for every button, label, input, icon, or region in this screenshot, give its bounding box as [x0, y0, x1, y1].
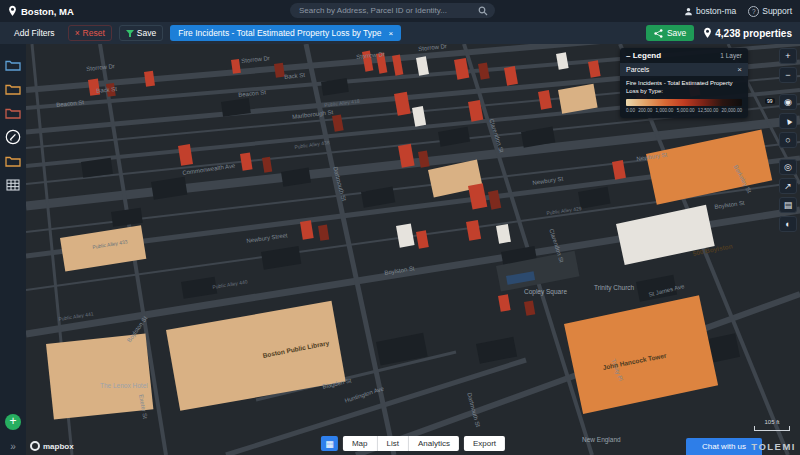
parcel-white[interactable] — [496, 224, 511, 244]
share-save-button[interactable]: Save — [646, 25, 694, 41]
parcel-white[interactable] — [396, 223, 415, 247]
search-icon[interactable] — [478, 6, 488, 16]
compass-button[interactable]: ▲ — [779, 113, 797, 129]
parcel-red[interactable] — [144, 71, 155, 87]
building — [181, 277, 217, 299]
legend-title-label: Legend — [633, 51, 661, 60]
map-extent-button[interactable]: ▦ — [321, 436, 338, 451]
view-tabs: MapListAnalytics — [343, 436, 459, 451]
legend-layer-label: Fire Incidents - Total Estimated Propert… — [626, 80, 742, 96]
add-filters-button[interactable]: Add Filters — [8, 26, 61, 40]
save-filter-button[interactable]: Save — [119, 25, 163, 41]
map-canvas[interactable]: Storrow DrStorrow DrStorrow DrStorrow Dr… — [26, 44, 800, 455]
active-filter-chip[interactable]: Fire Incidents - Total Estimated Propert… — [170, 25, 401, 41]
parcel-tan[interactable] — [166, 301, 346, 411]
mapbox-icon — [30, 441, 40, 451]
fullscreen-button[interactable]: ↗ — [779, 178, 797, 194]
tab-map[interactable]: Map — [343, 436, 378, 451]
parcel-white[interactable] — [556, 52, 569, 69]
add-filters-label: Add Filters — [14, 28, 55, 38]
parcel-white[interactable] — [616, 205, 715, 265]
folder-orange-icon[interactable] — [5, 81, 22, 96]
add-layer-button[interactable]: + — [5, 414, 21, 430]
parcel-red[interactable] — [498, 294, 511, 311]
parcel-red[interactable] — [300, 220, 314, 239]
building — [361, 186, 395, 207]
header-right: boston-ma ? Support — [684, 6, 792, 17]
layers-button[interactable]: ▤ — [779, 197, 797, 213]
parcel-tan[interactable] — [60, 225, 146, 271]
layers-icon: ▤ — [784, 200, 793, 210]
legend-stop-label: 200.00 — [638, 108, 652, 113]
mapbox-logo: mapbox — [30, 441, 74, 451]
map-scale: 105 ft — [754, 419, 790, 431]
parcel-red[interactable] — [454, 58, 469, 80]
circle-tool-icon: ○ — [785, 135, 790, 145]
draw-tool-icon[interactable] — [5, 129, 22, 144]
properties-count: 4,238 properties — [703, 27, 792, 39]
parcel-darkred[interactable] — [332, 114, 344, 131]
building — [281, 168, 311, 187]
legend-stop-label: 5,000.00 — [677, 108, 695, 113]
parcel-red[interactable] — [240, 152, 253, 170]
sidebar-expand-button[interactable]: » — [0, 441, 26, 452]
folder-red-icon[interactable] — [5, 105, 22, 120]
folder-blue-icon[interactable] — [5, 57, 22, 72]
parcel-white[interactable] — [412, 106, 426, 127]
parcel-red[interactable] — [538, 90, 552, 110]
zoom-in-button[interactable]: + — [779, 48, 797, 64]
location-title-group: Boston, MA — [8, 5, 74, 17]
building — [476, 337, 517, 364]
building — [111, 208, 143, 227]
search-input[interactable] — [297, 5, 478, 16]
legend-panel: – Legend 1 Layer Parcels × Fire Incident… — [620, 48, 748, 118]
view-controls: ▦ MapListAnalytics Export — [321, 436, 505, 451]
zoom-in-icon: + — [785, 51, 790, 61]
zoom-out-button[interactable]: − — [779, 67, 797, 83]
building — [578, 187, 610, 209]
legend-close-icon[interactable]: × — [737, 65, 742, 74]
scale-label: 105 ft — [764, 419, 779, 425]
globe-icon: ◐ — [785, 219, 790, 229]
circle-tool-button[interactable]: ○ — [779, 132, 797, 148]
building — [151, 177, 187, 200]
top-bar: Boston, MA boston-ma ? Support — [0, 0, 800, 22]
support-label: Support — [762, 6, 792, 16]
parcel-tan[interactable] — [46, 334, 153, 420]
parcel-darkred[interactable] — [318, 225, 329, 241]
parcel-red[interactable] — [178, 144, 193, 166]
parcel-darkred[interactable] — [488, 190, 501, 210]
parcel-orange[interactable] — [646, 129, 772, 204]
account-menu[interactable]: boston-ma — [684, 6, 736, 16]
building — [261, 246, 301, 270]
parcel-darkred[interactable] — [478, 62, 490, 79]
parcel-red[interactable] — [466, 220, 481, 241]
chip-close-icon[interactable]: × — [389, 29, 394, 38]
folder-orange2-icon[interactable] — [5, 153, 22, 168]
marker-tool-button[interactable]: ◉99 — [779, 94, 797, 110]
support-link[interactable]: ? Support — [748, 6, 792, 17]
parcel-red[interactable] — [468, 183, 487, 209]
parcel-darkred[interactable] — [274, 63, 285, 78]
tab-analytics[interactable]: Analytics — [409, 436, 459, 451]
reset-label: Reset — [83, 28, 105, 38]
parcel-red[interactable] — [588, 60, 601, 77]
parcel-red[interactable] — [416, 230, 429, 248]
grid-tool-icon[interactable] — [5, 177, 22, 192]
legend-gradient — [626, 99, 742, 106]
tolemi-logo: TOLEMI — [751, 441, 796, 452]
parcel-orange[interactable] — [564, 295, 718, 414]
export-button[interactable]: Export — [464, 436, 505, 451]
app-window: Boston, MA boston-ma ? Support Add Filte… — [0, 0, 800, 455]
reset-button[interactable]: × Reset — [68, 25, 112, 41]
parcel-white[interactable] — [416, 56, 429, 75]
parcel-darkred[interactable] — [524, 300, 535, 315]
tab-list[interactable]: List — [377, 436, 408, 451]
search-bar[interactable] — [290, 3, 495, 18]
building — [321, 78, 349, 96]
globe-button[interactable]: ◐ — [779, 216, 797, 232]
parcel-red[interactable] — [362, 51, 373, 72]
locate-button[interactable]: ◎ — [779, 159, 797, 175]
legend-collapse-icon[interactable]: – — [626, 51, 630, 60]
parcel-red[interactable] — [376, 53, 387, 74]
